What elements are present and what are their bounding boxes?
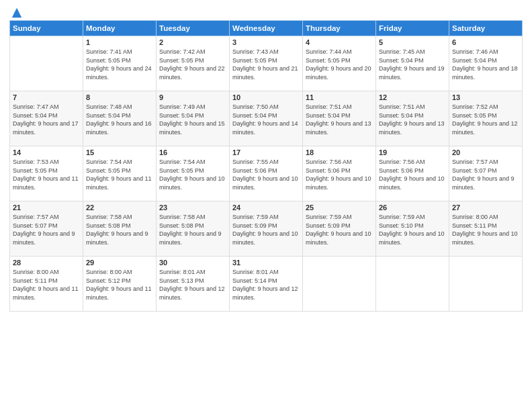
day-number: 17 (232, 148, 300, 156)
week-row-3: 21Sunrise: 7:57 AMSunset: 5:07 PMDayligh… (10, 201, 523, 257)
day-cell: 31Sunrise: 8:01 AMSunset: 5:14 PMDayligh… (230, 257, 303, 312)
day-info: Sunrise: 7:47 AMSunset: 5:04 PMDaylight:… (13, 103, 80, 136)
day-number: 22 (86, 203, 153, 212)
day-cell: 25Sunrise: 7:59 AMSunset: 5:09 PMDayligh… (303, 201, 376, 257)
week-row-2: 14Sunrise: 7:53 AMSunset: 5:05 PMDayligh… (10, 146, 523, 201)
day-number: 5 (379, 38, 446, 46)
day-cell (449, 257, 523, 312)
day-number: 19 (379, 148, 446, 156)
day-cell: 13Sunrise: 7:52 AMSunset: 5:05 PMDayligh… (449, 91, 523, 146)
day-info: Sunrise: 7:46 AMSunset: 5:04 PMDaylight:… (452, 48, 519, 81)
day-number: 18 (306, 148, 373, 156)
day-info: Sunrise: 7:59 AMSunset: 5:09 PMDaylight:… (232, 213, 300, 246)
day-cell: 16Sunrise: 7:54 AMSunset: 5:05 PMDayligh… (157, 146, 230, 201)
header-row (9, 7, 523, 16)
day-info: Sunrise: 7:56 AMSunset: 5:06 PMDaylight:… (379, 158, 446, 191)
day-info: Sunrise: 7:50 AMSunset: 5:04 PMDaylight:… (232, 103, 300, 136)
day-cell: 30Sunrise: 8:01 AMSunset: 5:13 PMDayligh… (157, 257, 230, 312)
day-cell (376, 257, 449, 312)
day-cell: 27Sunrise: 8:00 AMSunset: 5:11 PMDayligh… (449, 201, 523, 257)
day-cell: 26Sunrise: 7:59 AMSunset: 5:10 PMDayligh… (376, 201, 449, 257)
day-header-tuesday: Tuesday (157, 21, 230, 36)
day-info: Sunrise: 7:48 AMSunset: 5:04 PMDaylight:… (86, 103, 153, 136)
day-info: Sunrise: 7:58 AMSunset: 5:08 PMDaylight:… (86, 213, 153, 246)
day-cell: 11Sunrise: 7:51 AMSunset: 5:04 PMDayligh… (303, 91, 376, 146)
day-info: Sunrise: 8:01 AMSunset: 5:14 PMDaylight:… (232, 268, 300, 302)
day-cell: 21Sunrise: 7:57 AMSunset: 5:07 PMDayligh… (10, 201, 83, 257)
day-number: 2 (159, 38, 226, 46)
day-info: Sunrise: 7:42 AMSunset: 5:05 PMDaylight:… (159, 48, 226, 81)
day-info: Sunrise: 7:55 AMSunset: 5:06 PMDaylight:… (232, 158, 300, 191)
day-number: 16 (159, 148, 226, 156)
day-cell: 12Sunrise: 7:51 AMSunset: 5:04 PMDayligh… (376, 91, 449, 146)
day-cell: 17Sunrise: 7:55 AMSunset: 5:06 PMDayligh… (230, 146, 303, 201)
day-info: Sunrise: 7:58 AMSunset: 5:08 PMDaylight:… (159, 213, 226, 246)
day-number: 30 (159, 259, 226, 267)
day-cell: 2Sunrise: 7:42 AMSunset: 5:05 PMDaylight… (157, 36, 230, 91)
header-row-days: SundayMondayTuesdayWednesdayThursdayFrid… (10, 21, 523, 36)
day-info: Sunrise: 7:52 AMSunset: 5:05 PMDaylight:… (452, 103, 519, 136)
week-row-0: 1Sunrise: 7:41 AMSunset: 5:05 PMDaylight… (10, 36, 523, 91)
day-info: Sunrise: 8:00 AMSunset: 5:11 PMDaylight:… (13, 268, 80, 302)
svg-marker-0 (12, 8, 21, 17)
day-number: 14 (13, 148, 80, 156)
day-cell (303, 257, 376, 312)
day-cell: 1Sunrise: 7:41 AMSunset: 5:05 PMDaylight… (83, 36, 157, 91)
day-cell: 29Sunrise: 8:00 AMSunset: 5:12 PMDayligh… (83, 257, 157, 312)
day-header-monday: Monday (83, 21, 157, 36)
day-info: Sunrise: 7:57 AMSunset: 5:07 PMDaylight:… (452, 158, 519, 191)
day-cell: 18Sunrise: 7:56 AMSunset: 5:06 PMDayligh… (303, 146, 376, 201)
day-cell: 4Sunrise: 7:44 AMSunset: 5:05 PMDaylight… (303, 36, 376, 91)
day-info: Sunrise: 7:41 AMSunset: 5:05 PMDaylight:… (86, 48, 153, 81)
logo (9, 7, 24, 16)
day-info: Sunrise: 7:45 AMSunset: 5:04 PMDaylight:… (379, 48, 446, 81)
day-cell: 24Sunrise: 7:59 AMSunset: 5:09 PMDayligh… (230, 201, 303, 257)
day-number: 31 (232, 259, 300, 267)
day-info: Sunrise: 7:54 AMSunset: 5:05 PMDaylight:… (159, 158, 226, 191)
day-header-friday: Friday (376, 21, 449, 36)
day-cell: 5Sunrise: 7:45 AMSunset: 5:04 PMDaylight… (376, 36, 449, 91)
week-row-4: 28Sunrise: 8:00 AMSunset: 5:11 PMDayligh… (10, 257, 523, 312)
day-cell: 20Sunrise: 7:57 AMSunset: 5:07 PMDayligh… (449, 146, 523, 201)
day-number: 9 (159, 93, 226, 101)
day-number: 29 (86, 259, 153, 267)
day-number: 28 (13, 259, 80, 267)
calendar-container: SundayMondayTuesdayWednesdayThursdayFrid… (0, 0, 532, 411)
logo-icon (11, 7, 23, 19)
day-number: 11 (306, 93, 373, 101)
day-number: 8 (86, 93, 153, 101)
day-number: 6 (452, 38, 519, 46)
day-cell: 6Sunrise: 7:46 AMSunset: 5:04 PMDaylight… (449, 36, 523, 91)
day-cell: 14Sunrise: 7:53 AMSunset: 5:05 PMDayligh… (10, 146, 83, 201)
day-number: 1 (86, 38, 153, 46)
day-cell: 28Sunrise: 8:00 AMSunset: 5:11 PMDayligh… (10, 257, 83, 312)
day-cell: 7Sunrise: 7:47 AMSunset: 5:04 PMDaylight… (10, 91, 83, 146)
day-info: Sunrise: 7:57 AMSunset: 5:07 PMDaylight:… (13, 213, 80, 246)
day-number: 4 (306, 38, 373, 46)
day-number: 26 (379, 203, 446, 212)
day-info: Sunrise: 7:44 AMSunset: 5:05 PMDaylight:… (306, 48, 373, 81)
day-header-thursday: Thursday (303, 21, 376, 36)
day-cell: 10Sunrise: 7:50 AMSunset: 5:04 PMDayligh… (230, 91, 303, 146)
day-info: Sunrise: 7:51 AMSunset: 5:04 PMDaylight:… (306, 103, 373, 136)
day-number: 24 (232, 203, 300, 212)
day-info: Sunrise: 7:59 AMSunset: 5:09 PMDaylight:… (306, 213, 373, 246)
day-header-wednesday: Wednesday (230, 21, 303, 36)
day-info: Sunrise: 8:00 AMSunset: 5:11 PMDaylight:… (452, 213, 519, 246)
day-cell: 22Sunrise: 7:58 AMSunset: 5:08 PMDayligh… (83, 201, 157, 257)
day-info: Sunrise: 8:01 AMSunset: 5:13 PMDaylight:… (159, 268, 226, 302)
day-number: 23 (159, 203, 226, 212)
day-number: 20 (452, 148, 519, 156)
day-number: 3 (232, 38, 300, 46)
logo-text (9, 7, 24, 19)
day-number: 21 (13, 203, 80, 212)
day-number: 12 (379, 93, 446, 101)
day-cell: 8Sunrise: 7:48 AMSunset: 5:04 PMDaylight… (83, 91, 157, 146)
day-cell: 3Sunrise: 7:43 AMSunset: 5:05 PMDaylight… (230, 36, 303, 91)
day-cell: 15Sunrise: 7:54 AMSunset: 5:05 PMDayligh… (83, 146, 157, 201)
day-number: 15 (86, 148, 153, 156)
day-info: Sunrise: 7:43 AMSunset: 5:05 PMDaylight:… (232, 48, 300, 81)
day-number: 27 (452, 203, 519, 212)
day-header-sunday: Sunday (10, 21, 83, 36)
day-header-saturday: Saturday (449, 21, 523, 36)
